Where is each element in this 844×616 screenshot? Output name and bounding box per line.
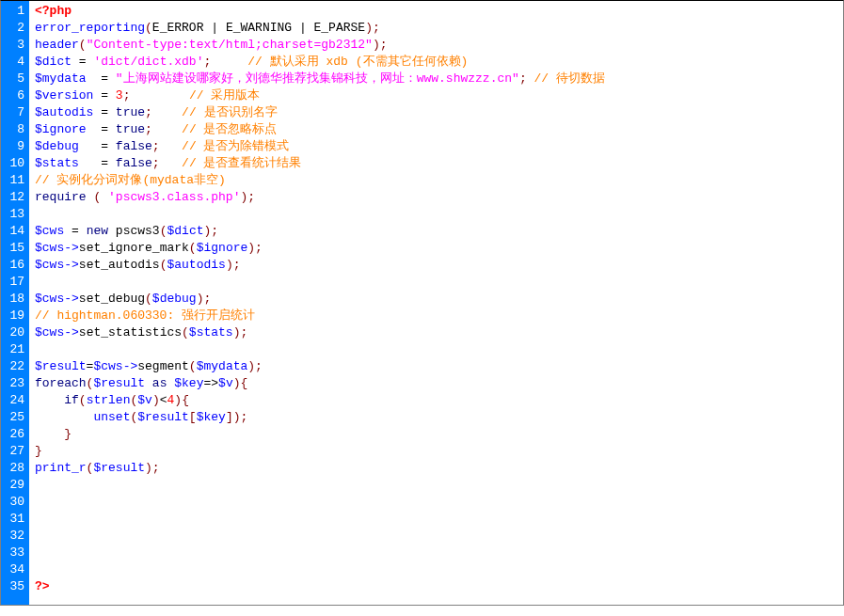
token-arrow: ->: [64, 292, 79, 306]
token-op: =: [72, 224, 79, 238]
token-paren: ): [145, 461, 152, 475]
code-line[interactable]: [35, 528, 837, 545]
token-id: [79, 156, 101, 170]
token-cmt: // hightman.060330: 强行开启统计: [35, 308, 255, 323]
code-line[interactable]: $debug = false; // 是否为除错模式: [35, 138, 837, 155]
token-paren: (: [79, 393, 87, 407]
code-line[interactable]: $cws = new pscws3($dict);: [35, 223, 837, 240]
code-line[interactable]: $autodis = true; // 是否识别名字: [35, 104, 837, 121]
code-line[interactable]: print_r($result);: [35, 460, 837, 477]
token-num: 3: [116, 88, 123, 103]
code-editor[interactable]: 1234567891011121314151617181920212223242…: [0, 0, 844, 606]
token-id: [145, 376, 152, 390]
token-var: $debug: [35, 139, 79, 153]
token-kw: foreach: [35, 376, 87, 390]
token-arrow: ->: [123, 359, 138, 373]
code-line[interactable]: // hightman.060330: 强行开启统计: [35, 308, 837, 324]
code-line[interactable]: $cws->set_statistics($stats);: [35, 324, 837, 341]
token-op: <: [160, 393, 167, 407]
code-line[interactable]: $result=$cws->segment($mydata);: [35, 358, 837, 375]
code-line[interactable]: $dict = 'dict/dict.xdb'; // 默认采用 xdb (不需…: [35, 54, 837, 71]
token-var: $result: [137, 410, 189, 424]
code-line[interactable]: [35, 545, 837, 561]
line-number: 5: [8, 71, 24, 87]
token-func: error_reporting: [35, 21, 145, 35]
code-line[interactable]: if(strlen($v)<4){: [35, 392, 837, 409]
code-line[interactable]: [35, 206, 837, 223]
code-line[interactable]: [35, 477, 837, 494]
token-paren: ): [174, 393, 182, 407]
token-kw: as: [152, 376, 167, 390]
token-str: 'dict/dict.xdb': [93, 55, 203, 69]
code-line[interactable]: header("Content-type:text/html;charset=g…: [35, 37, 837, 54]
token-id: [160, 139, 182, 153]
token-cmt: // 待切数据: [534, 71, 605, 86]
token-php-tag: <?php: [35, 4, 72, 18]
token-var: $stats: [35, 156, 79, 170]
token-paren: (: [189, 359, 197, 373]
token-id: pscws3: [108, 224, 160, 238]
token-op: =: [101, 139, 108, 153]
code-line[interactable]: $cws->set_ignore_mark($ignore);: [35, 240, 837, 257]
code-line[interactable]: $version = 3; // 采用版本: [35, 87, 837, 104]
token-func: header: [35, 38, 79, 52]
code-line[interactable]: require ( 'pscws3.class.php');: [35, 189, 837, 206]
line-number: 32: [8, 528, 24, 545]
line-number: 4: [8, 54, 24, 71]
code-line[interactable]: ?>: [35, 578, 837, 595]
token-semi: ;: [145, 122, 152, 136]
code-line[interactable]: foreach($result as $key=>$v){: [35, 375, 837, 392]
code-line[interactable]: [35, 274, 837, 291]
code-line[interactable]: }: [35, 426, 837, 443]
token-semi: ;: [152, 139, 160, 153]
token-id: [108, 88, 116, 103]
code-line[interactable]: $cws->set_autodis($autodis);: [35, 257, 837, 274]
code-line[interactable]: // 实例化分词对像(mydata非空): [35, 172, 837, 189]
line-number: 11: [8, 172, 24, 189]
token-arrow: ->: [64, 241, 79, 255]
token-var: $dict: [167, 224, 203, 238]
code-line[interactable]: $mydata = "上海网站建设哪家好，刘德华推荐找集锦科技，网址：www.s…: [35, 71, 837, 87]
token-op: =: [79, 55, 87, 69]
line-number: 27: [8, 443, 24, 460]
token-paren: ): [247, 241, 255, 255]
token-var: $result: [93, 376, 145, 390]
code-line[interactable]: <?php: [35, 3, 837, 20]
code-line[interactable]: $stats = false; // 是否查看统计结果: [35, 155, 837, 172]
token-id: [108, 122, 116, 136]
token-paren: ): [233, 410, 241, 424]
code-line[interactable]: [35, 561, 837, 578]
code-line[interactable]: error_reporting(E_ERROR | E_WARNING | E_…: [35, 20, 837, 37]
token-var: $cws: [35, 292, 64, 306]
token-id: [108, 139, 116, 153]
token-cmt: // 采用版本: [189, 88, 260, 103]
token-semi: ;: [373, 21, 380, 35]
token-op: |: [299, 21, 307, 35]
line-number: 34: [8, 561, 24, 578]
token-cmt: // 是否为除错模式: [182, 139, 289, 153]
token-op: =: [101, 105, 108, 119]
token-id: set_ignore_mark: [79, 241, 189, 255]
code-line[interactable]: }: [35, 443, 837, 460]
line-number: 18: [8, 291, 24, 308]
token-id: [152, 122, 182, 136]
code-line[interactable]: [35, 511, 837, 528]
code-line[interactable]: unset($result[$key]);: [35, 409, 837, 426]
token-kw: new: [87, 224, 108, 238]
line-number: 7: [8, 104, 24, 121]
code-area[interactable]: <?phperror_reporting(E_ERROR | E_WARNING…: [29, 1, 843, 605]
token-bool: false: [116, 139, 152, 153]
token-func: unset: [93, 410, 130, 424]
token-id: [527, 71, 534, 86]
token-paren: ): [365, 21, 373, 35]
code-line[interactable]: [35, 494, 837, 511]
token-cmt: // 默认采用 xdb (不需其它任何依赖): [247, 55, 468, 69]
token-brace: {: [241, 376, 248, 390]
token-semi: ;: [240, 325, 247, 340]
token-id: [35, 393, 64, 407]
token-id: [87, 71, 102, 86]
code-line[interactable]: $cws->set_debug($debug);: [35, 291, 837, 308]
code-line[interactable]: [35, 341, 837, 358]
token-kw: if: [64, 393, 79, 407]
code-line[interactable]: $ignore = true; // 是否忽略标点: [35, 121, 837, 138]
